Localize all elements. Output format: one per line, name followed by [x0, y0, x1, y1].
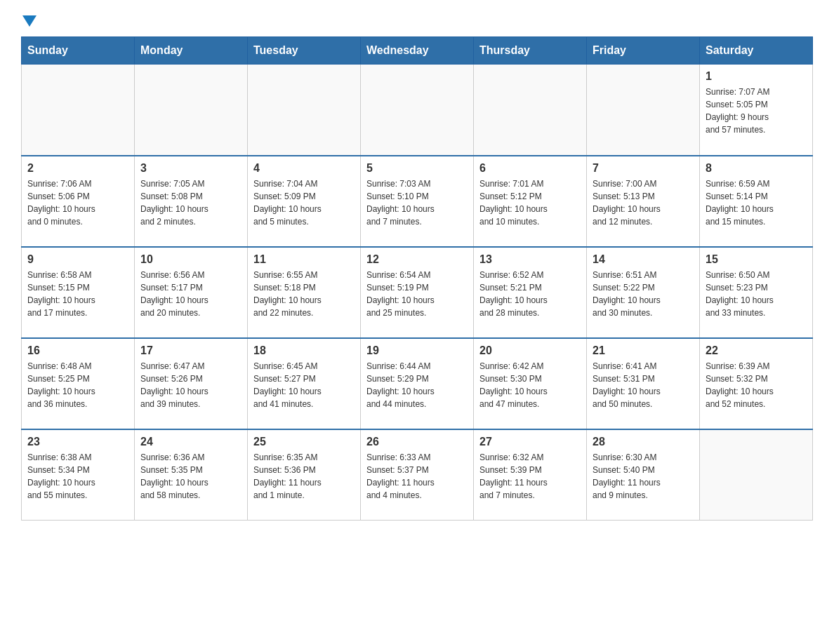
- column-header-thursday: Thursday: [474, 37, 587, 65]
- calendar-day-cell: 4Sunrise: 7:04 AM Sunset: 5:09 PM Daylig…: [248, 156, 361, 247]
- calendar-day-cell: 1Sunrise: 7:07 AM Sunset: 5:05 PM Daylig…: [700, 65, 813, 156]
- calendar-day-cell: 16Sunrise: 6:48 AM Sunset: 5:25 PM Dayli…: [22, 338, 135, 429]
- day-info: Sunrise: 6:50 AM Sunset: 5:23 PM Dayligh…: [706, 269, 807, 319]
- day-number: 14: [593, 253, 694, 266]
- day-info: Sunrise: 6:39 AM Sunset: 5:32 PM Dayligh…: [706, 360, 807, 410]
- calendar-day-cell: 5Sunrise: 7:03 AM Sunset: 5:10 PM Daylig…: [361, 156, 474, 247]
- calendar-day-cell: 6Sunrise: 7:01 AM Sunset: 5:12 PM Daylig…: [474, 156, 587, 247]
- day-number: 4: [253, 162, 355, 175]
- day-number: 10: [140, 253, 241, 266]
- column-header-tuesday: Tuesday: [248, 37, 361, 65]
- day-number: 11: [253, 253, 355, 266]
- day-number: 23: [27, 436, 128, 448]
- day-number: 21: [593, 344, 694, 357]
- calendar-day-cell: 19Sunrise: 6:44 AM Sunset: 5:29 PM Dayli…: [361, 338, 474, 429]
- calendar-day-cell: 13Sunrise: 6:52 AM Sunset: 5:21 PM Dayli…: [474, 247, 587, 338]
- day-info: Sunrise: 6:54 AM Sunset: 5:19 PM Dayligh…: [366, 269, 468, 319]
- day-info: Sunrise: 6:45 AM Sunset: 5:27 PM Dayligh…: [253, 360, 355, 410]
- day-number: 2: [27, 162, 128, 175]
- day-info: Sunrise: 6:41 AM Sunset: 5:31 PM Dayligh…: [593, 360, 694, 410]
- day-number: 17: [140, 344, 241, 357]
- calendar-day-cell: 20Sunrise: 6:42 AM Sunset: 5:30 PM Dayli…: [474, 338, 587, 429]
- day-info: Sunrise: 6:51 AM Sunset: 5:22 PM Dayligh…: [593, 269, 694, 319]
- day-number: 13: [479, 253, 581, 266]
- calendar-day-cell: 17Sunrise: 6:47 AM Sunset: 5:26 PM Dayli…: [135, 338, 248, 429]
- day-info: Sunrise: 6:30 AM Sunset: 5:40 PM Dayligh…: [593, 451, 694, 502]
- calendar-day-cell: 24Sunrise: 6:36 AM Sunset: 5:35 PM Dayli…: [135, 429, 248, 521]
- calendar-day-cell: 22Sunrise: 6:39 AM Sunset: 5:32 PM Dayli…: [700, 338, 813, 429]
- calendar-day-cell: 14Sunrise: 6:51 AM Sunset: 5:22 PM Dayli…: [587, 247, 700, 338]
- day-info: Sunrise: 7:00 AM Sunset: 5:13 PM Dayligh…: [593, 177, 694, 228]
- day-info: Sunrise: 6:52 AM Sunset: 5:21 PM Dayligh…: [479, 269, 581, 319]
- calendar-day-cell: 11Sunrise: 6:55 AM Sunset: 5:18 PM Dayli…: [248, 247, 361, 338]
- calendar-day-cell: [22, 65, 135, 156]
- calendar-day-cell: [474, 65, 587, 156]
- day-info: Sunrise: 7:03 AM Sunset: 5:10 PM Dayligh…: [366, 177, 468, 228]
- day-info: Sunrise: 6:32 AM Sunset: 5:39 PM Dayligh…: [479, 451, 581, 502]
- day-number: 12: [366, 253, 468, 266]
- day-number: 28: [593, 436, 694, 448]
- column-header-monday: Monday: [135, 37, 248, 65]
- day-info: Sunrise: 6:33 AM Sunset: 5:37 PM Dayligh…: [366, 451, 468, 502]
- calendar-day-cell: [587, 65, 700, 156]
- day-info: Sunrise: 7:04 AM Sunset: 5:09 PM Dayligh…: [253, 177, 355, 228]
- day-number: 5: [366, 162, 468, 175]
- calendar-week-row: 2Sunrise: 7:06 AM Sunset: 5:06 PM Daylig…: [22, 156, 813, 247]
- calendar-day-cell: 26Sunrise: 6:33 AM Sunset: 5:37 PM Dayli…: [361, 429, 474, 521]
- svg-marker-0: [22, 15, 37, 27]
- day-number: 18: [253, 344, 355, 357]
- calendar-day-cell: 23Sunrise: 6:38 AM Sunset: 5:34 PM Dayli…: [22, 429, 135, 521]
- calendar-day-cell: 18Sunrise: 6:45 AM Sunset: 5:27 PM Dayli…: [248, 338, 361, 429]
- calendar-week-row: 9Sunrise: 6:58 AM Sunset: 5:15 PM Daylig…: [22, 247, 813, 338]
- day-info: Sunrise: 6:58 AM Sunset: 5:15 PM Dayligh…: [27, 269, 128, 319]
- day-number: 22: [706, 344, 807, 357]
- calendar-week-row: 16Sunrise: 6:48 AM Sunset: 5:25 PM Dayli…: [22, 338, 813, 429]
- calendar-week-row: 1Sunrise: 7:07 AM Sunset: 5:05 PM Daylig…: [22, 65, 813, 156]
- calendar-day-cell: 9Sunrise: 6:58 AM Sunset: 5:15 PM Daylig…: [22, 247, 135, 338]
- logo-triangle-icon: [22, 14, 37, 28]
- day-number: 7: [593, 162, 694, 175]
- column-header-friday: Friday: [587, 37, 700, 65]
- day-info: Sunrise: 6:42 AM Sunset: 5:30 PM Dayligh…: [479, 360, 581, 410]
- day-info: Sunrise: 6:35 AM Sunset: 5:36 PM Dayligh…: [253, 451, 355, 502]
- calendar-day-cell: [135, 65, 248, 156]
- calendar-header-row: SundayMondayTuesdayWednesdayThursdayFrid…: [22, 37, 813, 65]
- day-info: Sunrise: 6:44 AM Sunset: 5:29 PM Dayligh…: [366, 360, 468, 410]
- logo: [21, 14, 35, 25]
- calendar-day-cell: 28Sunrise: 6:30 AM Sunset: 5:40 PM Dayli…: [587, 429, 700, 521]
- calendar-day-cell: 7Sunrise: 7:00 AM Sunset: 5:13 PM Daylig…: [587, 156, 700, 247]
- calendar-day-cell: 12Sunrise: 6:54 AM Sunset: 5:19 PM Dayli…: [361, 247, 474, 338]
- calendar-day-cell: [700, 429, 813, 521]
- day-number: 15: [706, 253, 807, 266]
- day-info: Sunrise: 6:59 AM Sunset: 5:14 PM Dayligh…: [706, 177, 807, 228]
- day-info: Sunrise: 6:47 AM Sunset: 5:26 PM Dayligh…: [140, 360, 241, 410]
- day-info: Sunrise: 6:56 AM Sunset: 5:17 PM Dayligh…: [140, 269, 241, 319]
- column-header-saturday: Saturday: [700, 37, 813, 65]
- calendar-day-cell: [248, 65, 361, 156]
- day-info: Sunrise: 7:06 AM Sunset: 5:06 PM Dayligh…: [27, 177, 128, 228]
- column-header-wednesday: Wednesday: [361, 37, 474, 65]
- calendar-day-cell: [361, 65, 474, 156]
- day-number: 25: [253, 436, 355, 448]
- day-number: 9: [27, 253, 128, 266]
- calendar-day-cell: 3Sunrise: 7:05 AM Sunset: 5:08 PM Daylig…: [135, 156, 248, 247]
- day-info: Sunrise: 6:38 AM Sunset: 5:34 PM Dayligh…: [27, 451, 128, 502]
- calendar-table: SundayMondayTuesdayWednesdayThursdayFrid…: [21, 36, 813, 521]
- calendar-day-cell: 21Sunrise: 6:41 AM Sunset: 5:31 PM Dayli…: [587, 338, 700, 429]
- calendar-day-cell: 15Sunrise: 6:50 AM Sunset: 5:23 PM Dayli…: [700, 247, 813, 338]
- day-info: Sunrise: 6:36 AM Sunset: 5:35 PM Dayligh…: [140, 451, 241, 502]
- column-header-sunday: Sunday: [22, 37, 135, 65]
- calendar-day-cell: 10Sunrise: 6:56 AM Sunset: 5:17 PM Dayli…: [135, 247, 248, 338]
- day-number: 27: [479, 436, 581, 448]
- calendar-day-cell: 2Sunrise: 7:06 AM Sunset: 5:06 PM Daylig…: [22, 156, 135, 247]
- day-number: 26: [366, 436, 468, 448]
- day-number: 24: [140, 436, 241, 448]
- day-info: Sunrise: 7:07 AM Sunset: 5:05 PM Dayligh…: [706, 86, 807, 136]
- day-number: 19: [366, 344, 468, 357]
- day-info: Sunrise: 6:48 AM Sunset: 5:25 PM Dayligh…: [27, 360, 128, 410]
- day-number: 16: [27, 344, 128, 357]
- day-info: Sunrise: 7:01 AM Sunset: 5:12 PM Dayligh…: [479, 177, 581, 228]
- calendar-day-cell: 27Sunrise: 6:32 AM Sunset: 5:39 PM Dayli…: [474, 429, 587, 521]
- calendar-week-row: 23Sunrise: 6:38 AM Sunset: 5:34 PM Dayli…: [22, 429, 813, 521]
- day-info: Sunrise: 6:55 AM Sunset: 5:18 PM Dayligh…: [253, 269, 355, 319]
